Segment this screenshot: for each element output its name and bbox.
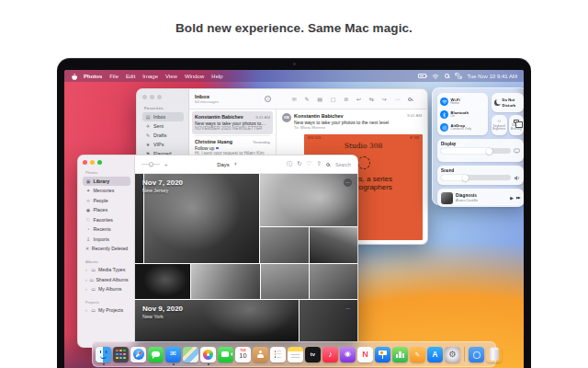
chevron-right-icon[interactable]: › bbox=[85, 307, 88, 313]
photos-sidebar-item-recently-deleted[interactable]: ✕Recently Deleted bbox=[83, 244, 130, 254]
chevron-right-icon[interactable]: › bbox=[85, 277, 87, 282]
photos-sidebar-item-memories[interactable]: ✦Memories bbox=[83, 186, 130, 196]
music-dock-icon[interactable]: ♪ bbox=[322, 347, 338, 362]
photos-sidebar-item-my-albums[interactable]: ›▭My Albums bbox=[83, 284, 130, 294]
trash-dock-icon[interactable] bbox=[486, 347, 502, 362]
photos-sidebar-item-my-projects[interactable]: ›▭My Projects bbox=[83, 305, 130, 316]
contacts-dock-icon[interactable] bbox=[253, 347, 268, 362]
tv-dock-icon[interactable]: tv bbox=[305, 347, 321, 362]
app-store-dock-icon[interactable]: A bbox=[427, 347, 443, 362]
menubar-item-edit[interactable]: Edit bbox=[126, 74, 135, 79]
battery-icon[interactable] bbox=[418, 74, 426, 78]
podcasts-dock-icon[interactable]: ◉ bbox=[340, 347, 356, 362]
mail-window-controls[interactable] bbox=[142, 95, 188, 99]
more-icon[interactable]: ⋯ bbox=[394, 97, 400, 102]
finder-dock-icon[interactable] bbox=[96, 347, 111, 362]
photos-sidebar-item-recents[interactable]: ◔Recents bbox=[83, 224, 130, 235]
new-message-icon[interactable]: ✉ bbox=[292, 97, 297, 102]
reply-icon[interactable]: ↩ bbox=[356, 97, 361, 102]
mail-sidebar-item-inbox[interactable]: ▤Inbox bbox=[142, 112, 184, 121]
chevron-right-icon[interactable]: › bbox=[85, 286, 88, 292]
more-options-icon[interactable]: ⋯ bbox=[344, 305, 352, 313]
info-icon[interactable]: ⓘ bbox=[287, 161, 293, 167]
menu-clock[interactable]: Tue Nov 10 9:41 AM bbox=[468, 74, 517, 79]
fast-forward-icon[interactable]: ▶▶ bbox=[516, 196, 520, 200]
menubar-item-file[interactable]: File bbox=[109, 74, 119, 79]
photo-thumbnail[interactable] bbox=[135, 264, 190, 299]
filter-icon[interactable]: ≡ bbox=[265, 96, 271, 102]
photos-dock-icon[interactable] bbox=[200, 347, 216, 362]
numbers-dock-icon[interactable] bbox=[392, 347, 408, 362]
photo-thumbnail[interactable] bbox=[310, 264, 357, 299]
photos-sidebar-item-people[interactable]: ☺People bbox=[83, 196, 130, 206]
do-not-disturb-toggle[interactable]: Do Not Disturb bbox=[492, 93, 524, 112]
photo-thumbnail[interactable] bbox=[260, 227, 309, 263]
notes-dock-icon[interactable] bbox=[288, 347, 303, 362]
maps-dock-icon[interactable] bbox=[183, 347, 198, 362]
photo-thumbnail[interactable] bbox=[261, 264, 309, 299]
mail-sidebar-item-sent[interactable]: ✈Sent bbox=[142, 121, 184, 131]
news-dock-icon[interactable]: N bbox=[357, 347, 373, 362]
spotlight-icon[interactable] bbox=[445, 74, 449, 78]
forward-icon[interactable]: ↪ bbox=[382, 97, 387, 102]
launchpad-dock-icon[interactable] bbox=[113, 347, 129, 362]
volume-slider[interactable] bbox=[441, 175, 511, 180]
wifi-toggle[interactable]: Wi-FiHome bbox=[440, 96, 488, 109]
mail-sidebar-item-vips[interactable]: ★VIPs bbox=[142, 140, 184, 149]
keyboard-brightness-button[interactable]: ☼ Keyboard Brightness bbox=[492, 115, 507, 135]
control-center-icon[interactable] bbox=[455, 73, 462, 79]
keynote-dock-icon[interactable] bbox=[375, 347, 390, 362]
play-icon[interactable]: ▶ bbox=[510, 195, 514, 201]
bluetooth-toggle[interactable]: BluetoothOn bbox=[440, 109, 488, 121]
facetime-dock-icon[interactable] bbox=[218, 347, 233, 362]
pages-dock-icon[interactable]: ✎ bbox=[410, 347, 425, 362]
compose-icon[interactable]: ✎ bbox=[305, 97, 310, 102]
photos-window-controls[interactable] bbox=[83, 160, 134, 165]
photos-sidebar-item-favorites[interactable]: ♡Favorites bbox=[83, 215, 130, 225]
search-icon[interactable] bbox=[408, 98, 412, 101]
share-icon[interactable]: ⇧ bbox=[316, 161, 321, 167]
system-preferences-dock-icon[interactable]: ⚙ bbox=[445, 347, 460, 362]
reply-all-icon[interactable]: ⇆ bbox=[369, 97, 374, 102]
mail-dock-icon[interactable]: ✉ bbox=[165, 347, 181, 362]
calendar-dock-icon[interactable]: TUE10 bbox=[235, 347, 251, 362]
view-mode-label[interactable]: Days bbox=[217, 162, 230, 167]
photos-sidebar-item-imports[interactable]: ⇩Imports bbox=[83, 235, 130, 245]
menubar-item-help[interactable]: Help bbox=[211, 74, 222, 79]
chevron-right-icon[interactable]: › bbox=[85, 267, 88, 272]
view-stepper[interactable]: ▲▼ bbox=[234, 163, 237, 167]
downloads-dock-icon[interactable] bbox=[469, 347, 484, 362]
photos-sidebar-item-places[interactable]: ◉Places bbox=[83, 205, 130, 215]
display-brightness-slider[interactable] bbox=[441, 148, 511, 154]
menubar-item-window[interactable]: Window bbox=[185, 74, 204, 79]
photos-sidebar-item-library[interactable]: ▣Library bbox=[83, 177, 130, 187]
search-icon[interactable] bbox=[326, 163, 330, 167]
menubar-item-photos[interactable]: Photos bbox=[84, 74, 102, 79]
safari-dock-icon[interactable] bbox=[130, 347, 146, 362]
junk-icon[interactable]: ⊘ bbox=[344, 97, 348, 102]
zoom-in-icon[interactable]: + bbox=[164, 162, 168, 167]
mail-sidebar-item-drafts[interactable]: ✎Drafts bbox=[142, 131, 184, 140]
delete-icon[interactable]: ▢ bbox=[331, 97, 336, 102]
airdrop-toggle[interactable]: AirDropContacts Only bbox=[440, 121, 488, 134]
apple-menu-icon[interactable] bbox=[71, 73, 77, 80]
music-module[interactable]: Diagnosis Alaina Castillo ▶ ▶▶ bbox=[437, 189, 524, 207]
photos-window[interactable]: Photos▣Library✦Memories☺People◉Places♡Fa… bbox=[77, 155, 358, 348]
favorite-icon[interactable]: ♡ bbox=[307, 161, 312, 167]
more-options-icon[interactable]: ⋯ bbox=[344, 178, 352, 187]
reminders-dock-icon[interactable] bbox=[270, 347, 286, 362]
photos-sidebar-item-media-types[interactable]: ›▭Media Types bbox=[83, 265, 130, 275]
menubar-item-image[interactable]: Image bbox=[142, 74, 158, 79]
message-list-item[interactable]: Konstantin Babichev9:41 AMNew ways to ta… bbox=[192, 111, 273, 134]
search-label[interactable]: Search bbox=[335, 162, 351, 167]
messages-dock-icon[interactable] bbox=[148, 347, 164, 362]
wifi-menu-icon[interactable] bbox=[432, 74, 439, 79]
screen-mirroring-button[interactable]: Screen Mirroring bbox=[509, 115, 525, 135]
photos-sidebar-item-shared-albums[interactable]: ›▭Shared Albums bbox=[83, 275, 130, 285]
zoom-slider[interactable] bbox=[141, 164, 160, 166]
rotate-icon[interactable]: ↻ bbox=[297, 161, 301, 167]
photo-thumbnail[interactable] bbox=[310, 227, 357, 263]
archive-icon[interactable]: ▤ bbox=[317, 97, 322, 102]
photo-thumbnail[interactable] bbox=[191, 264, 260, 299]
menubar-item-view[interactable]: View bbox=[165, 74, 177, 79]
